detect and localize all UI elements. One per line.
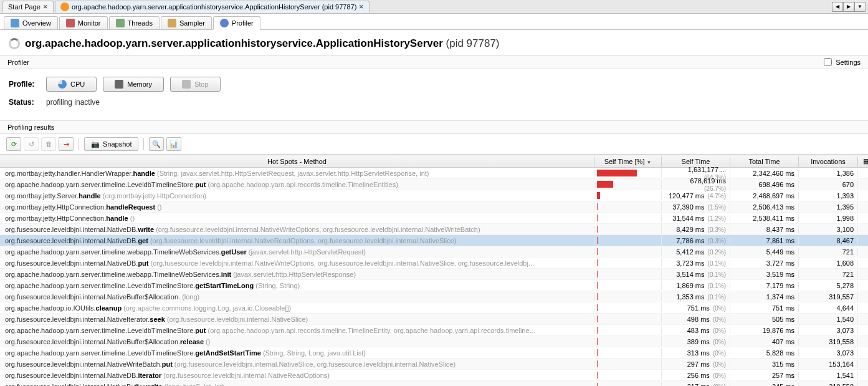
overview-icon	[11, 19, 19, 27]
cell-bar	[594, 348, 662, 357]
cell-bar	[594, 359, 662, 369]
table-row[interactable]: org.mortbay.jetty.handler.HandlerWrapper…	[0, 168, 868, 179]
tab-sampler-label: Sampler	[179, 19, 205, 27]
tab-threads[interactable]: Threads	[109, 16, 160, 29]
settings-checkbox[interactable]	[824, 58, 832, 66]
table-row[interactable]: org.apache.hadoop.yarn.server.timeline.L…	[0, 179, 868, 190]
view2-button[interactable]: 📊	[166, 137, 181, 151]
page-title-pid: (pid 97787)	[443, 37, 500, 49]
cell-method: org.mortbay.jetty.HttpConnection.handleR…	[0, 203, 594, 211]
view1-button[interactable]: 🔍	[149, 137, 164, 151]
table-row[interactable]: org.mortbay.jetty.HttpConnection.handle …	[0, 213, 868, 224]
cell-method: org.fusesource.leveldbjni.internal.Nativ…	[0, 316, 594, 323]
col-totaltime[interactable]: Total Time	[730, 157, 799, 166]
tab-start-page[interactable]: Start Page ✕	[2, 1, 54, 12]
stop-button: Stop	[170, 77, 221, 92]
cell-bar	[594, 281, 662, 290]
cell-invocations: 721	[799, 248, 858, 256]
table-row[interactable]: org.mortbay.jetty.Server.handle (org.mor…	[0, 190, 868, 201]
cell-selftime: 498 ms (0%)	[662, 316, 730, 323]
cell-bar	[594, 258, 662, 268]
cell-selftime: 1,869 ms (0.1%)	[662, 282, 730, 289]
nav-left-icon[interactable]: ◀	[832, 2, 843, 12]
settings-toggle[interactable]: Settings	[824, 58, 861, 66]
tab-app-label: org.apache.hadoop.yarn.server.applicatio…	[72, 3, 356, 11]
col-scroll[interactable]: ▦	[858, 156, 868, 166]
col-method[interactable]: Hot Spots - Method	[0, 157, 594, 166]
cell-invocations: 3,073	[799, 349, 858, 357]
cell-selftime: 8,429 ms (0.3%)	[662, 226, 730, 233]
table-row[interactable]: org.apache.hadoop.yarn.server.timeline.L…	[0, 280, 868, 291]
cell-bar	[594, 191, 662, 200]
cell-invocations: 1,386	[799, 170, 858, 177]
cell-selftime: 297 ms (0%)	[662, 360, 730, 368]
cell-invocations: 5,278	[799, 282, 858, 289]
cell-method: org.apache.hadoop.yarn.server.timeline.L…	[0, 349, 594, 357]
table-row[interactable]: org.apache.hadoop.yarn.server.timeline.L…	[0, 325, 868, 336]
reset-button: ↺	[24, 137, 39, 151]
table-row[interactable]: org.apache.hadoop.yarn.server.timeline.w…	[0, 246, 868, 258]
cell-method: org.apache.hadoop.yarn.server.timeline.w…	[0, 248, 594, 256]
tab-threads-label: Threads	[128, 19, 153, 27]
memory-button[interactable]: Memory	[103, 77, 164, 92]
tab-monitor[interactable]: Monitor	[59, 16, 108, 29]
col-selftime[interactable]: Self Time	[662, 157, 730, 166]
tab-profiler[interactable]: Profiler	[213, 16, 260, 30]
cell-bar	[594, 382, 662, 386]
profiler-icon	[220, 19, 229, 27]
col-invocations[interactable]: Invocations	[799, 157, 858, 166]
cell-invocations: 1,540	[799, 316, 858, 323]
table-row[interactable]: org.apache.hadoop.yarn.server.timeline.w…	[0, 269, 868, 280]
cell-bar	[594, 326, 662, 335]
table-row[interactable]: org.fusesource.leveldbjni.internal.Nativ…	[0, 258, 868, 269]
nav-right-icon[interactable]: ▶	[843, 2, 854, 12]
profile-controls: Profile: CPU Memory Stop Status: profili…	[0, 69, 868, 120]
cell-selftime: 678,619 ms (26.7%)	[662, 177, 730, 192]
page-title-bold: org.apache.hadoop.yarn.server.applicatio…	[25, 37, 443, 49]
table-row[interactable]: org.apache.hadoop.io.IOUtils.cleanup (or…	[0, 302, 868, 314]
cell-bar	[594, 168, 662, 178]
cell-method: org.fusesource.leveldbjni.internal.Nativ…	[0, 237, 594, 244]
tab-sampler[interactable]: Sampler	[161, 16, 212, 29]
table-row[interactable]: org.fusesource.leveldbjni.internal.Nativ…	[0, 235, 868, 246]
cell-invocations: 1,998	[799, 215, 858, 222]
cell-invocations: 319,558	[799, 383, 858, 387]
cell-selftime: 313 ms (0%)	[662, 349, 730, 357]
close-icon[interactable]: ✕	[359, 4, 364, 10]
table-row[interactable]: org.fusesource.leveldbjni.internal.Nativ…	[0, 291, 868, 302]
separator	[79, 138, 79, 150]
refresh-button[interactable]: ⟳	[6, 137, 21, 151]
table-row[interactable]: org.fusesource.leveldbjni.internal.Nativ…	[0, 381, 868, 386]
cell-selftime: 3,514 ms (0.1%)	[662, 271, 730, 278]
settings-label: Settings	[836, 59, 861, 66]
cell-bar	[594, 337, 662, 346]
tab-app[interactable]: org.apache.hadoop.yarn.server.applicatio…	[55, 1, 370, 12]
table-row[interactable]: org.fusesource.leveldbjni.internal.Nativ…	[0, 224, 868, 235]
cell-invocations: 3,073	[799, 327, 858, 334]
col-selftime-pct[interactable]: Self Time [%]▼	[594, 157, 662, 166]
cell-invocations: 319,558	[799, 338, 858, 345]
cell-totaltime: 2,342,460 ms	[730, 170, 799, 177]
cell-totaltime: 3,519 ms	[730, 271, 799, 278]
table-row[interactable]: org.fusesource.leveldbjni.internal.Nativ…	[0, 359, 868, 370]
nav-dropdown-icon[interactable]: ▼	[854, 2, 866, 12]
close-icon[interactable]: ✕	[43, 4, 48, 10]
table-row[interactable]: org.apache.hadoop.yarn.server.timeline.L…	[0, 347, 868, 359]
cpu-button[interactable]: CPU	[46, 77, 97, 92]
status-value: profiling inactive	[46, 98, 100, 107]
cell-selftime: 389 ms (0%)	[662, 338, 730, 345]
table-row[interactable]: org.fusesource.leveldbjni.internal.Nativ…	[0, 336, 868, 347]
cell-totaltime: 751 ms	[730, 304, 799, 312]
table-row[interactable]: org.fusesource.leveldbjni.internal.Nativ…	[0, 370, 868, 381]
snapshot-button[interactable]: 📷Snapshot	[84, 137, 138, 151]
table-row[interactable]: org.mortbay.jetty.HttpConnection.handleR…	[0, 201, 868, 213]
java-icon	[60, 2, 69, 11]
tab-overview[interactable]: Overview	[4, 16, 58, 29]
cell-method: org.fusesource.leveldbjni.internal.Nativ…	[0, 338, 594, 345]
sub-tab-strip: Overview Monitor Threads Sampler Profile…	[0, 14, 868, 30]
table-row[interactable]: org.fusesource.leveldbjni.internal.Nativ…	[0, 314, 868, 325]
cell-method: org.fusesource.leveldbjni.internal.Nativ…	[0, 293, 594, 301]
spinner-icon	[9, 38, 20, 49]
table-header: Hot Spots - Method Self Time [%]▼ Self T…	[0, 155, 868, 168]
export-button[interactable]: ⇥	[59, 137, 74, 151]
